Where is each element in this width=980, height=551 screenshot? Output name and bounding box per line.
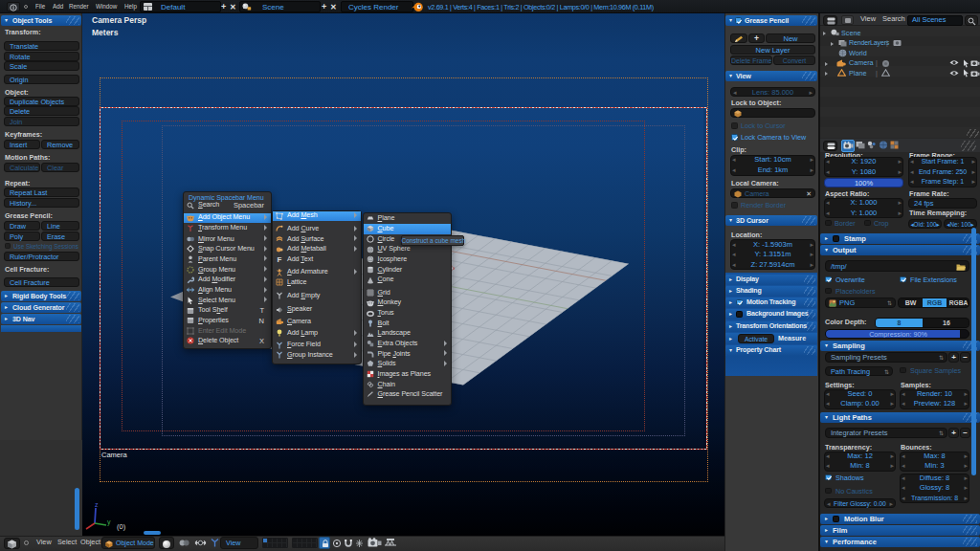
svg-text:F: F: [277, 255, 281, 263]
svg-text:y: y: [107, 518, 111, 526]
svg-text:z: z: [95, 501, 99, 508]
